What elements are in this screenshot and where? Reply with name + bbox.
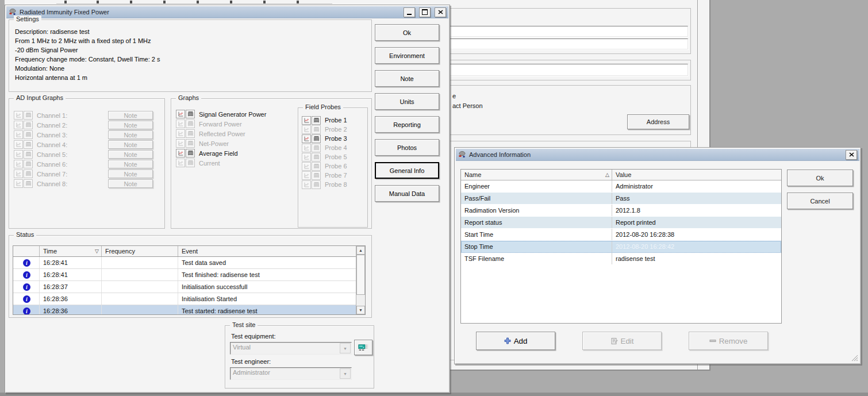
note-button[interactable]: Note <box>108 170 153 178</box>
graph-icon[interactable] <box>176 110 185 118</box>
advanced-row[interactable]: Pass/Fail Pass <box>461 193 781 205</box>
chevron-down-icon[interactable]: ▼ <box>340 343 351 353</box>
maximize-button[interactable] <box>419 7 431 17</box>
side-button[interactable]: Manual Data <box>375 185 439 202</box>
graph-icon[interactable] <box>302 153 311 162</box>
scroll-up-icon[interactable]: ▲ <box>356 246 365 255</box>
status-col-icon[interactable] <box>13 246 40 256</box>
table-icon[interactable] <box>312 134 321 143</box>
main-titlebar[interactable]: Radiated Immunity Fixed Power <box>6 6 448 18</box>
edit-button[interactable]: Edit <box>582 332 662 350</box>
graph-icon[interactable] <box>176 139 185 148</box>
advanced-row[interactable]: Stop Time 2012-08-20 16:28:42 <box>461 241 781 253</box>
status-row[interactable]: i 16:28:36 Initialisation Started <box>13 293 356 305</box>
chevron-down-icon[interactable]: ▼ <box>340 368 351 379</box>
graph-icon[interactable] <box>176 159 185 167</box>
table-icon[interactable] <box>186 159 195 167</box>
table-icon[interactable] <box>312 162 321 171</box>
table-icon[interactable] <box>312 125 321 134</box>
graph-icon[interactable] <box>302 116 311 125</box>
graph-icon[interactable] <box>14 140 23 149</box>
status-scrollbar[interactable]: ▲ ▼ <box>356 246 365 314</box>
side-button[interactable]: Environment <box>375 47 439 64</box>
address-button[interactable]: Address <box>627 114 689 129</box>
status-row[interactable]: i 16:28:36 Test started: radisense test <box>13 305 356 315</box>
advanced-row[interactable]: TSF Filename radisense test <box>461 253 781 265</box>
graph-icon[interactable] <box>302 162 311 171</box>
side-button[interactable]: Ok <box>375 24 439 41</box>
table-icon[interactable] <box>186 129 195 138</box>
graph-icon[interactable] <box>302 180 311 189</box>
table-icon[interactable] <box>312 153 321 162</box>
graph-icon[interactable] <box>176 149 185 157</box>
test-engineer-select[interactable]: Administrator ▼ <box>230 367 352 380</box>
status-col-event[interactable]: Event <box>178 246 356 256</box>
table-icon[interactable] <box>24 160 33 168</box>
table-icon[interactable] <box>312 116 321 125</box>
equipment-config-button[interactable] <box>354 340 372 355</box>
graph-icon[interactable] <box>176 120 185 128</box>
advanced-row[interactable]: Radimation Version 2012.1.8 <box>461 205 781 217</box>
table-icon[interactable] <box>312 180 321 189</box>
graph-icon[interactable] <box>14 170 23 178</box>
note-button[interactable]: Note <box>108 150 153 159</box>
test-equipment-select[interactable]: Virtual ▼ <box>230 342 352 355</box>
status-col-frequency[interactable]: Frequency <box>102 246 178 256</box>
minimize-button[interactable] <box>404 7 415 17</box>
table-icon[interactable] <box>186 120 195 128</box>
side-button[interactable]: Reporting <box>375 116 439 133</box>
advanced-ok-button[interactable]: Ok <box>787 170 853 186</box>
advanced-row[interactable]: Engineer Administrator <box>461 180 781 193</box>
graph-icon[interactable] <box>14 160 23 168</box>
scroll-thumb[interactable] <box>356 255 365 295</box>
table-icon[interactable] <box>24 179 33 188</box>
note-button[interactable]: Note <box>108 121 153 129</box>
side-button[interactable]: General Info <box>375 162 439 179</box>
table-icon[interactable] <box>24 170 33 178</box>
graph-icon[interactable] <box>14 111 23 120</box>
graph-icon[interactable] <box>14 179 23 188</box>
graph-icon[interactable] <box>302 171 311 180</box>
side-button[interactable]: Photos <box>375 139 439 156</box>
advanced-cancel-button[interactable]: Cancel <box>787 193 853 209</box>
advanced-col-value[interactable]: Value <box>612 170 781 180</box>
resize-grip[interactable] <box>851 354 858 362</box>
remove-button[interactable]: Remove <box>689 332 768 350</box>
side-button[interactable]: Note <box>375 70 439 87</box>
advanced-row[interactable]: Report status Report printed <box>461 217 781 229</box>
table-icon[interactable] <box>24 140 33 149</box>
add-button[interactable]: Add <box>476 332 555 350</box>
status-row[interactable]: i 16:28:37 Initialisation successfull <box>13 281 356 293</box>
close-icon[interactable] <box>435 7 446 17</box>
table-icon[interactable] <box>24 121 33 129</box>
advanced-titlebar[interactable]: Advanced Information <box>456 149 859 161</box>
side-button[interactable]: Units <box>375 93 439 110</box>
note-button[interactable]: Note <box>108 111 153 120</box>
graph-icon[interactable] <box>14 130 23 139</box>
table-icon[interactable] <box>186 139 195 148</box>
graph-icon[interactable] <box>302 134 311 143</box>
advanced-col-name[interactable]: Name △ <box>461 170 612 180</box>
graph-icon[interactable] <box>302 144 311 152</box>
table-icon[interactable] <box>312 144 321 152</box>
graph-icon[interactable] <box>14 121 23 129</box>
graph-icon[interactable] <box>176 129 185 138</box>
graph-icon[interactable] <box>14 150 23 159</box>
status-row[interactable]: i 16:28:41 Test finished: radisense test <box>13 269 356 281</box>
status-col-time[interactable]: Time ▽ <box>40 246 102 256</box>
note-button[interactable]: Note <box>108 140 153 149</box>
scroll-down-icon[interactable]: ▼ <box>356 306 365 314</box>
note-button[interactable]: Note <box>108 160 153 168</box>
advanced-row[interactable]: Start Time 2012-08-20 16:28:38 <box>461 229 781 241</box>
table-icon[interactable] <box>24 130 33 139</box>
note-button[interactable]: Note <box>108 130 153 139</box>
table-icon[interactable] <box>186 149 195 157</box>
table-icon[interactable] <box>186 110 195 118</box>
graph-icon[interactable] <box>302 125 311 134</box>
table-icon[interactable] <box>24 150 33 159</box>
close-icon[interactable] <box>846 150 857 160</box>
status-row[interactable]: i 16:28:41 Test data saved <box>13 257 356 269</box>
note-button[interactable]: Note <box>108 179 153 188</box>
table-icon[interactable] <box>312 171 321 180</box>
table-icon[interactable] <box>24 111 33 120</box>
